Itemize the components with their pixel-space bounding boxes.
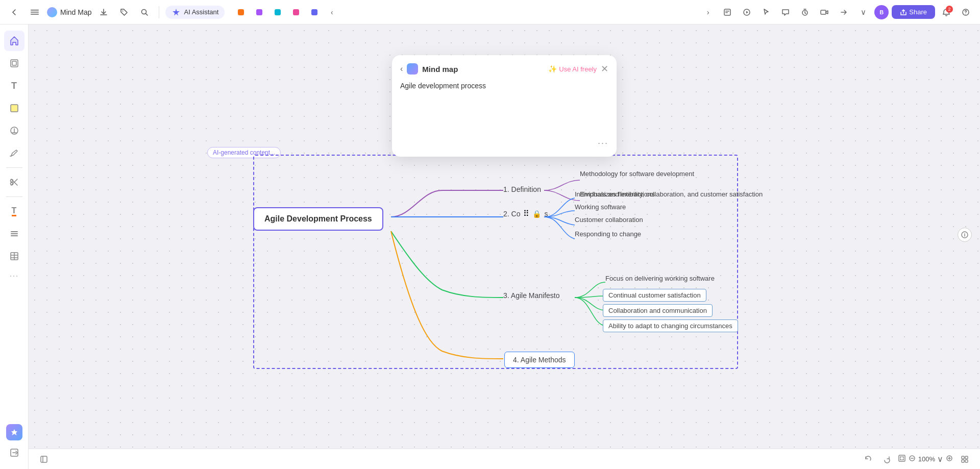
sidebar-item-shapes[interactable] [4,120,24,141]
dialog-back-button[interactable]: ‹ [400,64,403,73]
sidebar-item-scissors[interactable] [4,172,24,192]
chevron-down-button[interactable]: ∨ [855,4,871,20]
svg-rect-6 [725,11,729,12]
leaf-individuals: Individuals and interactions [575,190,655,198]
svg-rect-31 [965,456,968,459]
leaf-methodology: Methodology for software development [580,170,694,178]
tab-pink-icon [293,9,299,15]
svg-rect-10 [821,10,826,14]
dialog-footer: ··· [400,134,608,149]
share-button[interactable]: Share [892,5,935,19]
help-button[interactable] [958,4,974,20]
grid-button[interactable] [958,452,972,466]
dialog-textarea[interactable]: Agile development process [400,81,608,132]
main-canvas[interactable]: ‹ Mind map ✨ Use AI freely ✕ Agile devel… [29,24,980,449]
sidebar-divider-2 [6,196,22,197]
leaf-responding: Responding to change [575,230,641,238]
sidebar-item-pen[interactable] [4,143,24,163]
notification-badge: 2 [946,6,953,13]
pointer-button[interactable] [758,4,774,20]
sidebar-item-text[interactable]: T [4,76,24,96]
svg-rect-1 [31,12,39,13]
expand-panel-button[interactable] [37,452,51,466]
svg-rect-15 [11,105,18,112]
tab-blue[interactable] [270,7,286,17]
sidebar-item-text2[interactable]: T [4,201,24,221]
bottom-bar: 100% ∨ [29,449,980,469]
ai-generated-label: AI-generated content... [207,147,281,158]
sidebar-bottom [4,422,24,463]
svg-point-3 [122,10,124,11]
sidebar-item-list[interactable] [4,224,24,244]
sidebar-item-plugin[interactable] [4,422,24,442]
sidebar-item-export2[interactable] [4,442,24,463]
zoom-plus-button[interactable] [945,454,953,464]
leaf-collaboration-communication: Collaboration and communication [603,304,713,317]
text-icon: T [11,81,17,91]
bottom-left [37,452,51,466]
zoom-dropdown-button[interactable]: ∨ [937,454,943,464]
use-ai-button[interactable]: ✨ Use AI freely [548,65,597,73]
lock-icon[interactable]: 🔒 [532,210,541,218]
svg-point-18 [10,183,13,185]
tabs-collapse-button[interactable]: ‹ [325,5,339,19]
tab-indigo[interactable] [306,7,323,17]
mind-map-icon [47,7,57,17]
arrow-button[interactable] [836,4,852,20]
ai-assistant-tab[interactable]: AI Assistant [165,6,225,19]
mindmap-container: AI-generated content... Agile Developmen… [115,160,779,364]
svg-rect-21 [11,235,18,236]
mind-map-dialog: ‹ Mind map ✨ Use AI freely ✕ Agile devel… [392,55,617,157]
svg-rect-26 [41,456,47,462]
notification-button[interactable]: 2 [938,4,954,20]
sidebar-item-home[interactable] [4,31,24,51]
svg-rect-7 [725,12,728,13]
info-button[interactable] [958,228,972,242]
dialog-title: Mind map [422,65,458,73]
app-title: Mind Map [47,7,91,17]
sidebar-item-sticky[interactable] [4,98,24,118]
video-button[interactable] [816,4,832,20]
branch-core-values-container: 2. Co ⠿ 🔒 s [503,209,548,218]
branch-core-values-suffix: s [544,210,548,218]
selection-box [253,155,738,369]
dialog-header-left: ‹ Mind map [400,63,458,75]
tab-purple[interactable] [251,7,267,17]
zoom-minus-button[interactable] [908,454,916,464]
branch-agile-methods-box[interactable]: 4. Agile Methods [504,352,575,368]
undo-button[interactable] [861,452,875,466]
play-button[interactable] [739,4,755,20]
leaf-continual-satisfaction: Continual customer satisfaction [603,289,706,302]
redo-button[interactable] [879,452,894,466]
chevron-right-button[interactable]: › [700,4,716,20]
svg-point-12 [965,13,966,14]
timer-button[interactable] [797,4,813,20]
zoom-label: 100% [918,455,935,463]
export-button[interactable] [95,4,112,20]
svg-rect-30 [962,456,964,459]
tag-button[interactable] [116,4,132,20]
svg-rect-27 [899,455,905,461]
divider-1 [159,6,159,18]
central-node[interactable]: Agile Development Process [253,207,383,231]
template-button[interactable] [719,4,736,20]
use-ai-icon: ✨ [548,65,557,73]
dialog-close-button[interactable]: ✕ [601,63,608,75]
sidebar-divider [6,167,22,168]
back-button[interactable] [6,4,22,20]
drag-handle-icon[interactable]: ⠿ [523,209,529,218]
search-button[interactable] [136,4,153,20]
sidebar-item-table[interactable] [4,246,24,266]
tab-orange-icon [238,9,244,15]
dialog-header-right: ✨ Use AI freely ✕ [548,63,608,75]
menu-button[interactable] [27,4,43,20]
comment-button[interactable] [777,4,794,20]
avatar: B [874,5,889,19]
tab-pink[interactable] [288,7,304,17]
dialog-dots: ··· [598,138,608,149]
svg-rect-13 [11,60,18,67]
tab-indigo-icon [311,9,317,15]
sidebar-item-frame[interactable] [4,53,24,73]
zoom-fit-button[interactable] [898,454,906,464]
tab-orange[interactable] [233,7,249,17]
